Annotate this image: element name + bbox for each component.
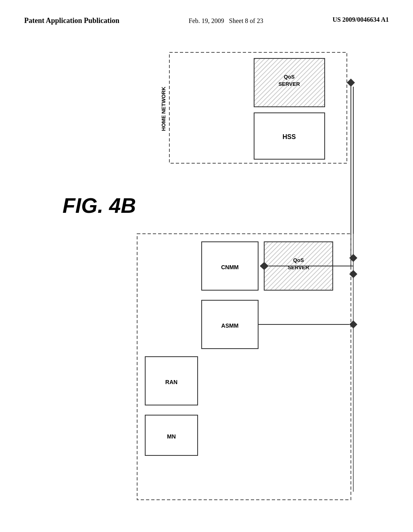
- ran-label: RAN: [165, 379, 177, 385]
- patent-number: US 2009/0046634 A1: [332, 16, 389, 23]
- asmm-label: ASMM: [221, 322, 239, 329]
- qos-server-visited-label-line1: QoS: [293, 257, 304, 263]
- qos-server-visited-label-line2: SERVER: [288, 264, 309, 270]
- diagram-svg: HOME NETWORK QoS SERVER HSS VISITED NETW…: [133, 48, 391, 516]
- figure-label: FIG. 4B: [63, 193, 136, 218]
- page-header: Patent Application Publication Feb. 19, …: [0, 0, 413, 26]
- qos-server-home-label-line2: SERVER: [278, 81, 300, 87]
- mn-label: MN: [167, 433, 176, 440]
- publication-date-sheet: Feb. 19, 2009 Sheet 8 of 23: [189, 16, 263, 26]
- publication-title: Patent Application Publication: [24, 16, 119, 25]
- qos-server-home-label-line1: QoS: [284, 74, 295, 80]
- cnmm-label: CNMM: [221, 264, 239, 270]
- hss-label: HSS: [283, 133, 296, 140]
- home-network-label: HOME NETWORK: [161, 87, 167, 131]
